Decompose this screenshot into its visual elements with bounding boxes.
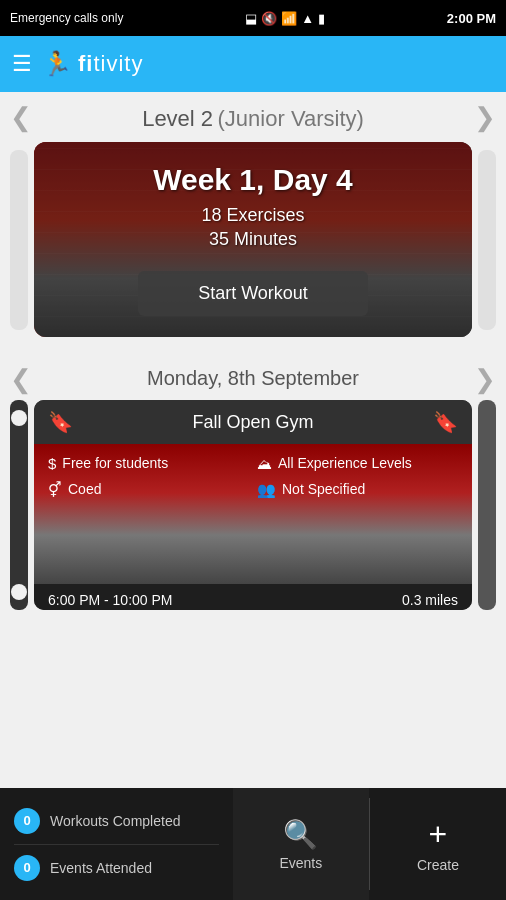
logo-runner-icon: 🏃	[42, 50, 72, 78]
workout-card-side-right	[478, 150, 496, 330]
workout-card-content: Week 1, Day 4 18 Exercises 35 Minutes St…	[34, 142, 472, 337]
logo-fi: fi	[78, 51, 93, 76]
workouts-count-badge: 0	[14, 808, 40, 834]
bottom-stats: 0 Workouts Completed 0 Events Attended	[0, 788, 233, 900]
search-icon: 🔍	[283, 818, 318, 851]
create-nav-button[interactable]: + Create	[370, 788, 506, 900]
event-background: $ Free for students ⛰ All Experience Lev…	[34, 444, 472, 584]
date-title: Monday, 8th September	[147, 367, 359, 390]
plus-icon: +	[429, 816, 448, 853]
logo-tivity: tivity	[93, 51, 143, 76]
event-card-header: 🔖 Fall Open Gym 🔖	[34, 400, 472, 444]
event-time-text: 6:00 PM - 10:00 PM	[48, 592, 173, 608]
bluetooth-icon: ⬓	[245, 11, 257, 26]
level-subtitle: (Junior Varsity)	[218, 106, 364, 132]
workout-card: Week 1, Day 4 18 Exercises 35 Minutes St…	[34, 142, 472, 337]
create-nav-label: Create	[417, 857, 459, 873]
main-content: ❮ Level 2 (Junior Varsity) ❯ Week 1, Day…	[0, 92, 506, 788]
section-spacer	[0, 337, 506, 357]
event-info-overlay: $ Free for students ⛰ All Experience Lev…	[34, 444, 472, 509]
event-level-icon: ⛰	[257, 455, 272, 472]
event-card-side-left	[10, 400, 28, 610]
workout-card-container: Week 1, Day 4 18 Exercises 35 Minutes St…	[0, 142, 506, 337]
logo-text: fitivity	[78, 51, 143, 77]
level-next-arrow[interactable]: ❯	[474, 102, 496, 133]
date-prev-arrow[interactable]: ❮	[10, 363, 32, 394]
events-nav-button[interactable]: 🔍 Events	[233, 788, 369, 900]
event-cost-item: $ Free for students	[48, 454, 249, 472]
wifi-icon: 📶	[281, 11, 297, 26]
start-workout-button[interactable]: Start Workout	[138, 271, 368, 316]
event-title: Fall Open Gym	[192, 412, 313, 433]
signal-icon: ▲	[301, 11, 314, 26]
event-level-item: ⛰ All Experience Levels	[257, 454, 458, 472]
events-nav-label: Events	[279, 855, 322, 871]
workout-exercises: 18 Exercises	[201, 205, 304, 226]
battery-icon: ▮	[318, 11, 325, 26]
event-card-side-right	[478, 400, 496, 610]
event-bookmark-left-icon: 🔖	[48, 410, 73, 434]
workout-card-side-left	[10, 150, 28, 330]
event-gender-item: ⚥ Coed	[48, 480, 249, 499]
bottom-nav-actions: 🔍 Events + Create	[233, 788, 506, 900]
workout-title: Week 1, Day 4	[153, 163, 353, 197]
event-cost-text: Free for students	[62, 454, 168, 472]
app-header: ☰ 🏃 fitivity	[0, 36, 506, 92]
logo-container: 🏃 fitivity	[42, 50, 143, 78]
events-stat-item: 0 Events Attended	[0, 845, 233, 891]
event-card-container: 🔖 Fall Open Gym 🔖 $ Free for students ⛰ …	[0, 400, 506, 610]
workouts-stat-item: 0 Workouts Completed	[0, 798, 233, 844]
event-level-text: All Experience Levels	[278, 454, 412, 472]
event-distance-text: 0.3 miles	[402, 592, 458, 608]
level-prev-arrow[interactable]: ❮	[10, 102, 32, 133]
date-next-arrow[interactable]: ❯	[474, 363, 496, 394]
level-navigation: ❮ Level 2 (Junior Varsity) ❯	[0, 92, 506, 142]
events-count-badge: 0	[14, 855, 40, 881]
event-bookmark-right-icon: 🔖	[433, 410, 458, 434]
bottom-navigation: 0 Workouts Completed 0 Events Attended 🔍…	[0, 788, 506, 900]
events-stat-label: Events Attended	[50, 860, 152, 876]
workout-duration: 35 Minutes	[209, 229, 297, 250]
event-footer: 6:00 PM - 10:00 PM 0.3 miles	[34, 584, 472, 610]
time-display: 2:00 PM	[447, 11, 496, 26]
event-card: 🔖 Fall Open Gym 🔖 $ Free for students ⛰ …	[34, 400, 472, 610]
date-navigation: ❮ Monday, 8th September ❯	[0, 357, 506, 400]
status-emergency-text: Emergency calls only	[10, 11, 123, 25]
event-cost-icon: $	[48, 455, 56, 472]
event-spec-text: Not Specified	[282, 480, 365, 498]
level-title: Level 2	[142, 106, 213, 132]
hamburger-menu-button[interactable]: ☰	[12, 51, 32, 77]
status-icons: ⬓ 🔇 📶 ▲ ▮	[245, 11, 325, 26]
event-spec-item: 👥 Not Specified	[257, 480, 458, 499]
workouts-stat-label: Workouts Completed	[50, 813, 180, 829]
status-bar: Emergency calls only ⬓ 🔇 📶 ▲ ▮ 2:00 PM	[0, 0, 506, 36]
status-time: 2:00 PM	[447, 11, 496, 26]
mute-icon: 🔇	[261, 11, 277, 26]
event-spec-icon: 👥	[257, 481, 276, 499]
event-gender-text: Coed	[68, 480, 101, 498]
event-gender-icon: ⚥	[48, 481, 62, 499]
